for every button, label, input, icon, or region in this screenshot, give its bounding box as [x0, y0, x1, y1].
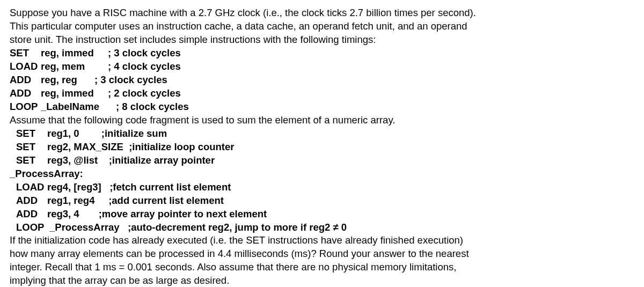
mid-text: Assume that the following code fragment … — [10, 114, 634, 127]
code-op: LOOP — [16, 221, 49, 234]
spacer — [94, 195, 108, 206]
indent — [10, 181, 16, 194]
timing-op: ADD — [10, 73, 41, 87]
intro-line-3: store unit. The instruction set includes… — [10, 33, 634, 47]
spacer — [79, 128, 101, 139]
spacer — [123, 141, 129, 152]
indent — [10, 221, 16, 234]
indent — [10, 194, 16, 208]
code-comment: ;fetch current list element — [109, 181, 231, 193]
timing-args: reg, immed — [41, 87, 108, 100]
timing-list: SETreg, immed; 3 clock cycles LOADreg, m… — [10, 47, 634, 114]
timing-cycles: ; 2 clock cycles — [108, 87, 181, 100]
timing-row: ADDreg, reg; 3 clock cycles — [10, 73, 634, 87]
timing-args: reg, mem — [41, 60, 108, 73]
intro-paragraph: Suppose you have a RISC machine with a 2… — [10, 6, 634, 47]
code-args: reg4, [reg3] — [47, 181, 101, 194]
code-row: ADDreg3, 4 ;move array pointer to next e… — [10, 208, 634, 221]
timing-cycles: ; 3 clock cycles — [94, 73, 167, 87]
code-row: ADDreg1, reg4 ;add current list element — [10, 194, 634, 208]
timing-op: LOAD — [10, 60, 41, 73]
code-args: reg1, reg4 — [47, 194, 94, 208]
code-row: SETreg1, 0 ;initialize sum — [10, 127, 634, 141]
timing-cycles: ; 8 clock cycles — [116, 100, 189, 114]
spacer — [98, 154, 109, 166]
timing-args: _LabelName — [41, 100, 116, 114]
code-op: SET — [16, 141, 47, 154]
code-op: ADD — [16, 208, 47, 221]
indent — [10, 141, 16, 154]
code-init-block: SETreg1, 0 ;initialize sum SETreg2, MAX_… — [10, 127, 634, 167]
code-comment: ;initialize array pointer — [109, 154, 215, 166]
timing-cycles: ; 4 clock cycles — [108, 60, 181, 73]
code-comment: ;initialize sum — [101, 128, 167, 139]
timing-row: ADDreg, immed; 2 clock cycles — [10, 87, 634, 100]
timing-op: LOOP — [10, 100, 41, 114]
question-line-3: integer. Recall that 1 ms = 0.001 second… — [10, 261, 634, 274]
code-op: SET — [16, 127, 47, 141]
code-row: SETreg3, @list ;initialize array pointer — [10, 154, 634, 167]
question-paragraph: If the initialization code has already e… — [10, 234, 634, 287]
timing-row: LOOP_LabelName; 8 clock cycles — [10, 100, 634, 114]
code-comment: ;initialize loop counter — [129, 141, 234, 152]
code-op: SET — [16, 154, 47, 167]
timing-op: ADD — [10, 87, 41, 100]
question-line-4: implying that the array can be as large … — [10, 274, 634, 287]
code-args: reg3, @list — [47, 154, 98, 167]
spacer — [79, 208, 99, 219]
code-row: LOOP_ProcessArray ;auto-decrement reg2, … — [10, 221, 634, 234]
code-row: SETreg2, MAX_SIZE ;initialize loop count… — [10, 141, 634, 154]
code-comment: ;add current list element — [108, 195, 224, 206]
timing-cycles: ; 3 clock cycles — [108, 47, 181, 60]
intro-line-2: This particular computer uses an instruc… — [10, 20, 634, 33]
timing-row: SETreg, immed; 3 clock cycles — [10, 47, 634, 60]
code-op: LOAD — [16, 181, 47, 194]
code-args: reg3, 4 — [47, 208, 79, 221]
indent — [10, 208, 16, 221]
question-line-2: how many array elements can be processed… — [10, 247, 634, 261]
timing-args: reg, immed — [41, 47, 108, 60]
code-comment: ;auto-decrement reg2, jump to more if re… — [128, 222, 347, 233]
code-comment: ;move array pointer to next element — [99, 208, 267, 219]
code-loop-block: LOADreg4, [reg3] ;fetch current list ele… — [10, 181, 634, 234]
code-op: ADD — [16, 194, 47, 208]
indent — [10, 154, 16, 167]
spacer — [120, 222, 128, 233]
indent — [10, 127, 16, 141]
intro-line-1: Suppose you have a RISC machine with a 2… — [10, 6, 634, 20]
timing-op: SET — [10, 47, 41, 60]
code-args: _ProcessArray — [49, 221, 120, 234]
code-label: _ProcessArray: — [10, 167, 634, 181]
code-row: LOADreg4, [reg3] ;fetch current list ele… — [10, 181, 634, 194]
spacer — [101, 181, 109, 193]
code-args: reg1, 0 — [47, 127, 79, 141]
timing-args: reg, reg — [41, 73, 94, 87]
code-args: reg2, MAX_SIZE — [47, 141, 123, 154]
timing-row: LOADreg, mem; 4 clock cycles — [10, 60, 634, 73]
question-line-1: If the initialization code has already e… — [10, 234, 634, 247]
